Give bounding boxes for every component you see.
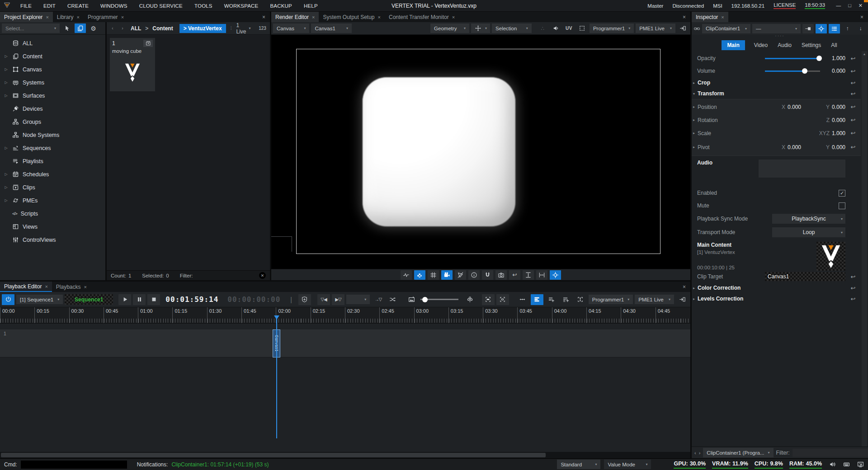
expander-icon[interactable]: ▷: [4, 146, 9, 150]
pin-button[interactable]: [802, 24, 814, 33]
expander-icon[interactable]: ▸: [693, 131, 698, 135]
scale-xyz[interactable]: XYZ1.000: [801, 130, 845, 136]
tab-inspector[interactable]: Inspector×: [692, 12, 728, 22]
reset-icon[interactable]: ↩: [845, 117, 861, 123]
reset-icon[interactable]: ↩: [845, 296, 861, 302]
sidebar-item-devices[interactable]: Devices: [0, 102, 105, 115]
close-icon[interactable]: ×: [452, 14, 455, 20]
reset-icon[interactable]: ↩: [845, 285, 861, 291]
expander-icon[interactable]: ▷: [4, 185, 9, 189]
slider-knob[interactable]: [802, 68, 807, 74]
inspected-object-dropdown[interactable]: ClipContainer1 (Programme▾: [702, 24, 750, 33]
close-button[interactable]: ✕: [859, 3, 863, 9]
screenshot-button[interactable]: [495, 270, 507, 280]
inspector-scrollbar[interactable]: ▲: [862, 51, 867, 446]
reset-icon[interactable]: ↩: [845, 68, 861, 75]
history-back-button[interactable]: ‹: [694, 449, 696, 457]
breadcrumb-folder[interactable]: Content: [150, 25, 175, 32]
menu-help[interactable]: HELP: [298, 3, 324, 9]
zoom-image-button[interactable]: [405, 294, 418, 305]
reset-icon[interactable]: ↩: [845, 130, 861, 136]
screen-share-icon[interactable]: [857, 461, 864, 468]
cue-select-dropdown[interactable]: ▾: [346, 295, 370, 304]
goto-cue-button[interactable]: →▽: [372, 294, 384, 305]
tab-audio[interactable]: Audio: [777, 40, 793, 50]
expander-icon[interactable]: ▷: [4, 67, 9, 71]
reset-icon[interactable]: ↩: [845, 80, 861, 86]
expander-icon[interactable]: ▷: [4, 198, 9, 202]
history-forward-button[interactable]: ›: [699, 449, 701, 457]
sidebar-item-pmes[interactable]: ▷PMEs: [0, 194, 105, 207]
position-x[interactable]: X0.000: [757, 104, 801, 110]
snap-magnet-button[interactable]: [482, 270, 493, 280]
maximize-button[interactable]: □: [848, 3, 851, 9]
close-icon[interactable]: ×: [721, 14, 724, 20]
dock-panel-button[interactable]: [677, 24, 689, 33]
add-track-group-button[interactable]: [560, 294, 572, 305]
inspected-object-dropdown-bottom[interactable]: ClipContainer1 (Progra...▾: [703, 448, 773, 457]
close-panel-icon[interactable]: ×: [678, 282, 690, 292]
menu-tools[interactable]: TOOLS: [189, 3, 218, 9]
menu-backup[interactable]: BACKUP: [264, 3, 298, 9]
reset-view-button[interactable]: ↩: [509, 270, 520, 280]
sidebar-item-content[interactable]: ▷Content: [0, 50, 105, 63]
menu-edit[interactable]: EDIT: [38, 3, 61, 9]
section-transform[interactable]: ▾ Transform ↩: [692, 88, 861, 99]
rendered-cube[interactable]: [363, 77, 515, 226]
speaker-icon[interactable]: [829, 461, 836, 468]
flower-tool-button[interactable]: [464, 294, 476, 305]
canvas-target-dropdown[interactable]: Canvas1▾: [311, 24, 352, 33]
add-cue-button[interactable]: [298, 294, 311, 305]
geometry-mode-dropdown[interactable]: Geometry▾: [430, 24, 469, 33]
live-filter-dropdown[interactable]: 1 Live▾: [235, 22, 253, 35]
numeric-view-button[interactable]: 123: [256, 24, 269, 33]
playback-sync-dropdown[interactable]: PlaybackSync▾: [772, 214, 845, 224]
sidebar-item-sequences[interactable]: ▷Sequences: [0, 141, 105, 155]
pause-button[interactable]: [133, 294, 146, 305]
previous-object-button[interactable]: ↑: [842, 24, 853, 33]
playhead[interactable]: [276, 319, 277, 438]
play-button[interactable]: [118, 294, 131, 305]
timeline-tracks[interactable]: 1 Canvas1: [0, 324, 690, 452]
expander-icon[interactable]: ▸: [693, 286, 698, 290]
section-levels-correction[interactable]: ▸ Levels Correction ↩: [692, 293, 861, 304]
tab-project-explorer[interactable]: Project Explorer×: [0, 12, 53, 22]
menu-cloud-service[interactable]: CLOUD SERVICE: [133, 3, 189, 9]
close-icon[interactable]: ×: [121, 14, 124, 20]
breadcrumb-current[interactable]: > VentuzVertex: [179, 24, 226, 33]
expander-icon[interactable]: ▷: [4, 54, 9, 58]
enabled-checkbox[interactable]: ✓: [839, 190, 845, 197]
tab-playback-editor[interactable]: Playback Editor×: [0, 282, 52, 292]
tab-programmer[interactable]: Programmer×: [84, 12, 128, 22]
sidebar-item-schedules[interactable]: ▷Schedules: [0, 168, 105, 181]
scrollbar-thumb[interactable]: [1, 453, 546, 457]
next-cue-button[interactable]: ▶▽: [332, 294, 344, 305]
next-object-button[interactable]: ↓: [855, 24, 866, 33]
main-content-thumbnail[interactable]: [816, 242, 845, 271]
playback-pme-dropdown[interactable]: PME1 Live▾: [635, 295, 674, 304]
uv-mode-button[interactable]: UV: [563, 24, 575, 33]
reset-icon[interactable]: ↩: [845, 144, 861, 150]
sidebar-item-systems[interactable]: ▷Systems: [0, 76, 105, 89]
close-icon[interactable]: ×: [46, 14, 48, 20]
tab-system-output-setup[interactable]: System Output Setup×: [319, 12, 385, 22]
sidebar-item-controlviews[interactable]: ControlViews: [0, 233, 105, 246]
close-icon[interactable]: ×: [84, 284, 87, 290]
section-color-correction[interactable]: ▸ Color Correction ↩: [692, 282, 861, 293]
link-pages-button[interactable]: [75, 24, 86, 33]
transform-gizmo-dropdown[interactable]: ▾: [471, 24, 490, 33]
inspector-filter-input[interactable]: [793, 449, 868, 457]
slider-knob[interactable]: [422, 297, 428, 302]
stop-button[interactable]: [147, 294, 160, 305]
grid-overlay-button[interactable]: [428, 270, 439, 280]
volume-slider[interactable]: [765, 70, 820, 72]
tab-content-transfer-monitor[interactable]: Content Transfer Monitor×: [385, 12, 459, 22]
content-card-moving-cube[interactable]: 1 moving cube: [110, 38, 155, 91]
pivot-y[interactable]: Y0.000: [801, 144, 845, 150]
info-overlay-button[interactable]: [468, 270, 480, 280]
fit-vertical-button[interactable]: [523, 270, 534, 280]
snap-points-button[interactable]: ∴: [537, 24, 548, 33]
performance-graph-button[interactable]: [401, 270, 412, 280]
expander-icon[interactable]: ▸: [693, 297, 698, 301]
safe-area-button[interactable]: [455, 270, 466, 280]
